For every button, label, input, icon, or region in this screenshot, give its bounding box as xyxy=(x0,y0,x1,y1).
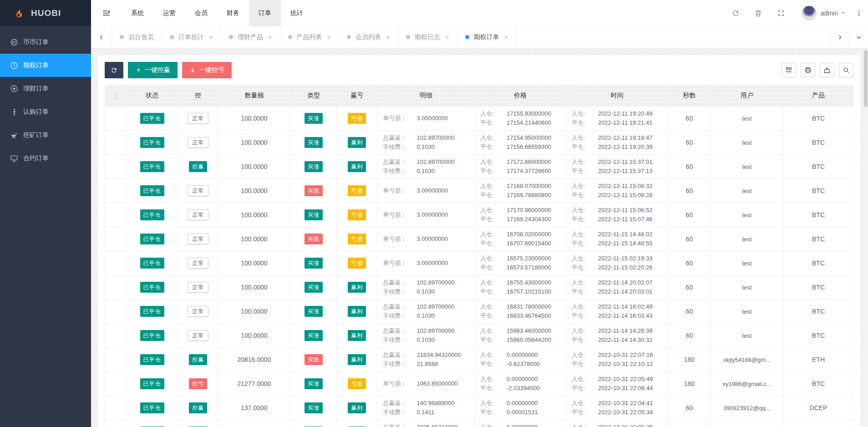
close-time-value: 2022-12-11 15:07:46 xyxy=(598,215,666,224)
tab[interactable]: 订单统计 × xyxy=(162,26,221,48)
tab-label: 订单统计 xyxy=(178,33,204,41)
row-select-cell[interactable] xyxy=(105,107,126,131)
row-select-cell[interactable] xyxy=(105,251,126,275)
open-price-value: 17170.96000000 xyxy=(507,206,564,215)
product-cell: BTC xyxy=(784,251,853,275)
topnav-item[interactable]: 运营 xyxy=(153,0,185,26)
seconds-cell: 60 xyxy=(668,227,710,251)
close-icon[interactable]: × xyxy=(209,34,213,41)
open-time-label: 入仓: xyxy=(572,133,592,142)
open-time-label: 入仓: xyxy=(572,109,592,118)
avatar[interactable] xyxy=(802,5,817,20)
close-icon[interactable]: × xyxy=(445,34,449,41)
open-time-value: 2022-11-14 14:29:39 xyxy=(598,326,666,336)
row-select-cell[interactable] xyxy=(105,372,126,396)
table-card: 一键控赢 一键控亏 状态控数量额类型赢亏明细价格时间秒数用户产品 xyxy=(98,55,860,427)
sidebar-item[interactable]: 币币订单 xyxy=(0,30,91,54)
price-cell: 入仓:17170.96000000平仓:17169.24304300 xyxy=(475,203,566,227)
tab[interactable]: 产品列表 × xyxy=(280,26,340,48)
sidebar-item[interactable]: 挖矿订单 xyxy=(0,123,91,147)
export-button[interactable] xyxy=(820,63,834,77)
clock-icon xyxy=(10,61,18,70)
collapse-menu-icon[interactable] xyxy=(91,9,122,17)
columns-button[interactable] xyxy=(782,63,796,77)
tab[interactable]: 理财产品 × xyxy=(221,26,280,48)
refresh-icon[interactable] xyxy=(731,9,740,17)
tabs-scroll-right-button[interactable] xyxy=(830,26,849,48)
trash-icon[interactable] xyxy=(754,9,762,17)
topnav-item[interactable]: 统计 xyxy=(281,0,313,26)
detail-label: 单亏损： xyxy=(383,234,412,244)
force-win-button[interactable]: 一键控赢 xyxy=(128,62,178,78)
status-badge: 已平仓 xyxy=(140,282,164,293)
tabs-scroll-left-button[interactable] xyxy=(91,26,112,48)
tab[interactable]: 后台首页 xyxy=(112,26,162,48)
tab[interactable]: 期权日志 × xyxy=(398,26,457,48)
detail-label: 总赢返： xyxy=(383,133,412,142)
type-badge: 买跌 xyxy=(305,234,323,244)
topnav-item[interactable]: 系统 xyxy=(122,0,153,26)
page-scrollbar[interactable] xyxy=(863,49,868,427)
detail-value: 140.96889000 xyxy=(416,399,472,408)
caret-down-icon[interactable] xyxy=(840,10,846,16)
column-header: 明细 xyxy=(377,85,475,107)
open-time-label: 入仓: xyxy=(572,326,592,336)
row-select-cell[interactable] xyxy=(105,179,126,203)
detail-label: 手续费： xyxy=(383,336,412,345)
close-icon[interactable]: × xyxy=(268,34,272,41)
tabs-menu-button[interactable] xyxy=(849,26,868,48)
brand-logo[interactable]: HUOBI xyxy=(0,0,91,26)
close-time-label: 平仓: xyxy=(572,311,592,320)
table-toolbar: 一键控赢 一键控亏 xyxy=(105,62,853,78)
arrow-down-icon xyxy=(189,67,196,74)
close-icon[interactable]: × xyxy=(504,34,508,41)
price-cell: 入仓:17154.95000000平仓:17156.66559300 xyxy=(475,131,566,155)
row-select-cell[interactable] xyxy=(105,396,126,420)
control-badge: 正常 xyxy=(188,306,208,317)
force-lose-button[interactable]: 一键控亏 xyxy=(182,62,232,78)
refresh-button[interactable] xyxy=(105,62,123,78)
open-time-value: 2022-10-31 22:07:16 xyxy=(598,351,666,360)
close-icon[interactable]: × xyxy=(386,34,390,41)
detail-label: 手续费： xyxy=(383,142,412,152)
row-select-cell[interactable] xyxy=(105,300,126,324)
row-select-cell[interactable] xyxy=(105,275,126,300)
close-time-label: 平仓: xyxy=(572,239,592,248)
printer-button[interactable] xyxy=(801,63,815,77)
detail-value: 3.00000000 xyxy=(416,186,472,195)
row-select-cell[interactable] xyxy=(105,155,126,179)
close-price-value: 15965.05644200 xyxy=(507,336,564,345)
sidebar-item[interactable]: 期权订单 xyxy=(0,54,91,77)
row-select-cell[interactable] xyxy=(105,348,126,372)
search-button[interactable] xyxy=(839,63,853,77)
column-header: 价格 xyxy=(475,85,566,107)
topnav-item[interactable]: 订单 xyxy=(249,0,281,26)
sidebar-item[interactable]: 理财订单 xyxy=(0,77,91,100)
row-select-cell[interactable] xyxy=(105,324,126,348)
row-select-cell[interactable] xyxy=(105,227,126,251)
row-select-cell[interactable] xyxy=(105,420,126,427)
control-badge: 正常 xyxy=(188,234,208,244)
row-select-cell[interactable] xyxy=(105,203,126,227)
select-all-checkbox[interactable] xyxy=(115,92,116,100)
row-select-cell[interactable] xyxy=(105,131,126,155)
tab[interactable]: 期权订单 × xyxy=(457,26,517,48)
sidebar-item[interactable]: 认购订单 xyxy=(0,100,91,123)
username[interactable]: admin xyxy=(821,10,838,17)
sidebar-item[interactable]: 合约订单 xyxy=(0,147,91,170)
topnav-item[interactable]: 会员 xyxy=(185,0,217,26)
close-time-label: 平仓: xyxy=(572,191,592,200)
close-icon[interactable]: × xyxy=(327,34,331,41)
type-badge: 买涨 xyxy=(305,282,323,293)
open-price-value: 17168.07000000 xyxy=(507,182,564,191)
topnav-item[interactable]: 财务 xyxy=(217,0,249,26)
type-badge: 买涨 xyxy=(305,378,323,389)
scrollbar-thumb[interactable] xyxy=(864,50,868,107)
open-time-value: 2022-11-15 14:48:02 xyxy=(598,230,666,239)
fullscreen-icon[interactable] xyxy=(777,9,785,17)
detail-cell: 单亏损：3.00000000 xyxy=(377,203,475,227)
tab[interactable]: 会员列表 × xyxy=(339,26,398,48)
product-cell: BTC xyxy=(784,107,853,131)
kebab-menu-icon[interactable] xyxy=(855,10,863,17)
open-time-value: 2022-12-11 15:06:52 xyxy=(598,206,666,215)
